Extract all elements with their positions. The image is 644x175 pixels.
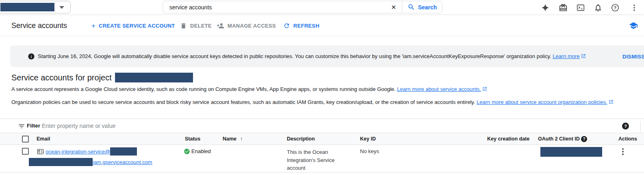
column-header-key-id[interactable]: Key ID [360,133,376,145]
key-exposure-banner: Starting June 16, 2024, Google will auto… [10,45,644,67]
gift-icon[interactable] [558,3,568,13]
email-project-redaction [29,158,93,166]
oauth-client-id-redaction [540,147,602,157]
trash-icon [180,22,187,29]
refresh-button[interactable]: REFRESH [283,15,319,36]
manage-access-button[interactable]: MANAGE ACCESS [217,15,276,36]
delete-button[interactable]: DELETE [180,15,212,36]
column-header-name[interactable]: Name↑ [223,133,243,145]
search-query-text: service accounts [169,4,391,11]
status-cell: Enabled [191,148,211,154]
column-header-status[interactable]: Status [185,133,200,145]
info-icon [28,53,35,60]
table-header: Email Status Name↑ Description Key ID Ke… [0,133,644,145]
external-link-icon [609,99,614,104]
external-link-icon [581,54,586,58]
more-vert-icon[interactable] [629,3,639,13]
gemini-sparkle-icon[interactable] [540,3,550,13]
learn-panel-button[interactable] [629,15,638,36]
table-row: ocean-integration-service@ iam.gservicea… [0,145,644,173]
filter-input[interactable]: Enter property name or value [42,123,115,129]
plus-icon: + [91,22,95,29]
filter-icon [18,123,25,130]
chevron-down-icon [59,6,64,9]
learn-more-org-policies-link[interactable]: Learn more about service account organiz… [477,99,607,105]
column-header-actions: Actions [618,133,637,145]
person-add-icon [217,22,224,30]
divider [640,121,641,132]
top-bar: service accounts ✕ Search ? [0,0,644,15]
search-input[interactable]: service accounts ✕ [163,1,402,13]
service-account-badge-icon [37,148,44,155]
filter-help-icon[interactable]: ? [622,123,629,130]
external-link-icon [482,86,487,91]
row-actions-more-icon[interactable] [619,147,627,156]
help-icon[interactable]: ? [610,3,620,13]
column-header-key-creation-date[interactable]: Key creation date [487,133,529,145]
service-account-email-link[interactable]: iam.gserviceaccount.com [93,159,152,165]
cloud-shell-icon[interactable] [576,3,585,13]
column-header-oauth-client-id[interactable]: OAuth 2 Client ID [538,133,580,145]
learn-more-service-accounts-link[interactable]: Learn more about service accounts. [397,86,481,92]
refresh-icon [283,22,290,29]
banner-learn-more-link[interactable]: Learn more [553,53,579,59]
graduation-cap-icon [629,21,638,30]
search-button[interactable]: Search [402,1,442,13]
intro-paragraph: A service account represents a Google Cl… [11,86,487,93]
column-header-email[interactable]: Email [37,133,50,145]
key-id-cell: No keys [360,148,379,154]
description-cell: This is the Ocean Integration's Service … [287,148,340,172]
select-all-checkbox[interactable] [22,136,29,143]
sort-ascending-icon: ↑ [240,136,243,142]
notifications-bell-icon[interactable] [593,3,603,13]
clear-search-icon[interactable]: ✕ [391,4,396,11]
oauth-help-icon[interactable]: ? [581,136,587,142]
service-account-email-link[interactable]: ocean-integration-service@ [46,149,110,155]
section-heading: Service accounts for project [11,73,193,82]
policy-paragraph: Organization policies can be used to sec… [11,99,614,106]
create-service-account-button[interactable]: + CREATE SERVICE ACCOUNT [91,15,175,36]
filter-label: Filter [27,123,40,129]
project-name-redaction [0,3,54,11]
search-button-label: Search [418,4,437,11]
status-enabled-icon [184,148,190,155]
email-project-redaction [110,147,137,156]
page-title: Service accounts [11,15,67,36]
action-toolbar: Service accounts + CREATE SERVICE ACCOUN… [0,15,644,36]
column-header-description[interactable]: Description [287,133,315,145]
email-cell-line2: iam.gserviceaccount.com [29,158,152,166]
dismiss-button[interactable]: DISMISS [622,54,644,60]
search-icon [408,3,415,11]
banner-message: Starting June 16, 2024, Google will auto… [38,53,586,60]
email-cell-line1: ocean-integration-service@ [46,147,137,156]
gcp-service-accounts-page: { "topbar": { "project_selector": { "red… [0,0,644,175]
svg-text:?: ? [614,5,616,10]
row-checkbox[interactable] [22,148,29,155]
project-name-redaction [115,73,193,82]
filter-bar: Filter Enter property name or value ? [0,119,644,133]
